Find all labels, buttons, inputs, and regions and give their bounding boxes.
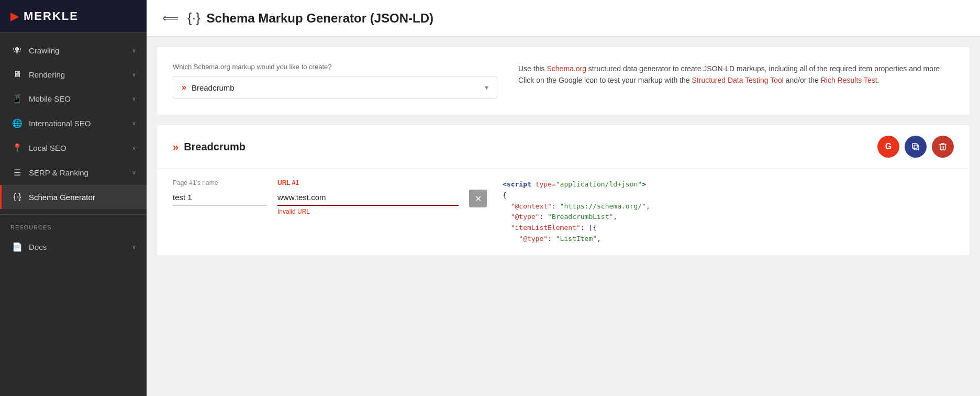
sidebar-item-rendering[interactable]: 🖥 Rendering ∨ (0, 62, 147, 86)
rendering-icon: 🖥 (12, 70, 23, 79)
svg-rect-1 (912, 144, 917, 148)
schema-description: Use this Schema.org structured data gene… (518, 63, 954, 86)
svg-rect-0 (914, 145, 919, 150)
delete-icon (938, 142, 948, 151)
chevron-down-icon: ∨ (132, 244, 136, 250)
description-end: . (877, 76, 879, 84)
description-before: Use this (518, 64, 547, 73)
sidebar-item-crawling[interactable]: 🕷 Crawling ∨ (0, 38, 147, 62)
breadcrumb-title: Breadcrumb (184, 141, 246, 153)
chevron-down-icon: ∨ (132, 71, 136, 78)
main-content: ⟸ {·} Schema Markup Generator (JSON-LD) … (147, 0, 980, 396)
logo-text: MERKLE (24, 9, 79, 23)
schema-type-dropdown[interactable]: » Breadcrumb ▾ (173, 76, 497, 99)
copy-button[interactable] (905, 136, 927, 158)
schema-selector-card: Which Schema.org markup would you like t… (157, 47, 970, 115)
schema-header-icon: {·} (187, 10, 201, 26)
schema-chevrons-icon: » (182, 83, 186, 92)
sidebar-item-label-schema-generator: Schema Generator (29, 193, 95, 202)
sidebar-item-schema-generator[interactable]: {·} Schema Generator (0, 185, 147, 209)
rich-results-test-link[interactable]: Rich Results Test (821, 76, 877, 84)
sidebar-item-international-seo[interactable]: 🌐 International SEO ∨ (0, 111, 147, 136)
chevron-down-icon: ∨ (132, 120, 136, 127)
breadcrumb-actions: G (877, 136, 954, 158)
schema-org-link[interactable]: Schema.org (547, 64, 586, 73)
page-name-field: Page #1's name (173, 179, 267, 206)
content-area: Which Schema.org markup would you like t… (147, 37, 980, 396)
chevron-down-icon: ∨ (132, 95, 136, 102)
sidebar-nav: 🕷 Crawling ∨ 🖥 Rendering ∨ 📱 Mobile SEO … (0, 33, 147, 396)
sidebar-item-docs[interactable]: 📄 Docs ∨ (0, 235, 147, 259)
sidebar-item-serp-ranking[interactable]: ☰ SERP & Ranking ∨ (0, 160, 147, 185)
schema-selected-value: Breadcrumb (192, 83, 235, 92)
schema-selector-label: Which Schema.org markup would you like t… (173, 63, 497, 71)
url-error-message: Invalid URL (277, 208, 459, 215)
delete-button[interactable] (932, 136, 954, 158)
international-seo-icon: 🌐 (12, 118, 23, 128)
sidebar-logo: ▶ MERKLE (0, 0, 147, 33)
url-input[interactable] (277, 190, 459, 206)
back-button[interactable]: ⟸ (162, 12, 179, 25)
google-test-button[interactable]: G (877, 136, 899, 158)
schema-generator-icon: {·} (12, 192, 23, 202)
url-field: URL #1 Invalid URL (277, 179, 459, 215)
sidebar-item-label-local-seo: Local SEO (29, 144, 66, 152)
docs-icon: 📄 (12, 242, 23, 252)
sidebar-item-label-docs: Docs (29, 243, 47, 251)
chevron-down-icon: ∨ (132, 145, 136, 151)
sidebar-item-label-rendering: Rendering (29, 70, 65, 79)
breadcrumb-section-card: » Breadcrumb G Page # (157, 125, 970, 255)
sidebar-item-label-international-seo: International SEO (29, 119, 91, 128)
sidebar-item-label-mobile-seo: Mobile SEO (29, 94, 71, 103)
sidebar: ▶ MERKLE 🕷 Crawling ∨ 🖥 Rendering ∨ 📱 Mo… (0, 0, 147, 396)
code-script-tag: <script (503, 180, 531, 188)
breadcrumb-form: Page #1's name URL #1 Invalid URL ✕ (173, 179, 487, 215)
sidebar-section-resources: Resources (0, 220, 147, 235)
sidebar-item-local-seo[interactable]: 📍 Local SEO ∨ (0, 136, 147, 160)
local-seo-icon: 📍 (12, 143, 23, 153)
page-name-label: Page #1's name (173, 179, 267, 186)
remove-item-button[interactable]: ✕ (469, 190, 487, 207)
page-title: Schema Markup Generator (JSON-LD) (207, 11, 433, 26)
crawling-icon: 🕷 (12, 46, 23, 55)
page-header: ⟸ {·} Schema Markup Generator (JSON-LD) (147, 0, 980, 37)
close-icon: ✕ (475, 194, 482, 204)
sidebar-item-mobile-seo[interactable]: 📱 Mobile SEO ∨ (0, 86, 147, 111)
sidebar-item-label-crawling: Crawling (29, 46, 59, 55)
mobile-seo-icon: 📱 (12, 94, 23, 104)
description-mid2: and/or the (784, 76, 821, 84)
dropdown-arrow-icon: ▾ (485, 83, 488, 92)
breadcrumb-body: Page #1's name URL #1 Invalid URL ✕ (157, 169, 970, 255)
page-name-input[interactable] (173, 190, 267, 206)
copy-icon (911, 142, 920, 151)
chevron-down-icon: ∨ (132, 47, 136, 54)
sidebar-item-label-serp-ranking: SERP & Ranking (29, 168, 88, 177)
logo-arrow-icon: ▶ (10, 10, 18, 23)
breadcrumb-title-chevrons-icon: » (173, 141, 179, 153)
sidebar-divider (0, 214, 147, 215)
structured-data-testing-tool-link[interactable]: Structured Data Testing Tool (692, 76, 784, 84)
json-ld-code-block: <script type="application/ld+json"> { "@… (503, 179, 954, 245)
chevron-down-icon: ∨ (132, 169, 136, 176)
breadcrumb-header: » Breadcrumb G (157, 125, 970, 169)
url-label: URL #1 (277, 179, 459, 186)
serp-ranking-icon: ☰ (12, 168, 23, 178)
